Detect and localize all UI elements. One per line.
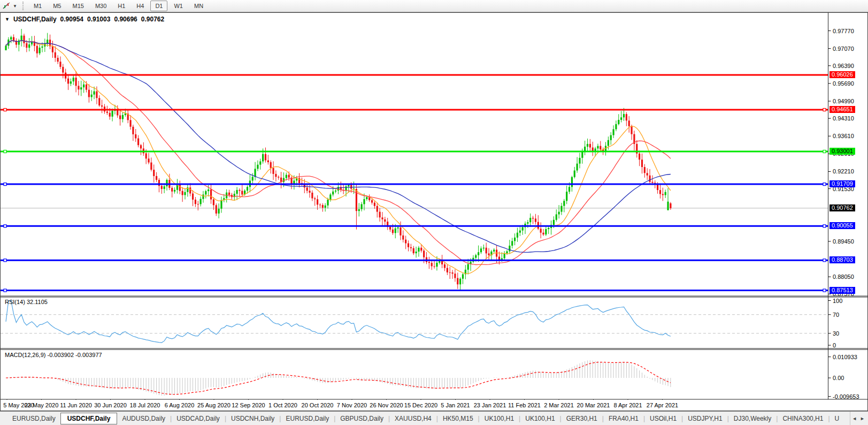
trading-platform: ▼ M1M5M15M30H1H4D1W1MN ▼ USDCHF,Daily 0.… — [0, 0, 868, 425]
rsi-label: RSI(14) 32.1105 — [5, 299, 48, 305]
level-handle[interactable] — [823, 259, 826, 262]
chevron-down-icon[interactable]: ▼ — [13, 4, 17, 9]
ohlc-close: 0.90762 — [141, 16, 164, 23]
y-axis-tick: 0.88050 — [833, 274, 854, 280]
timeframe-buttons: M1M5M15M30H1H4D1W1MN — [29, 1, 210, 11]
date-label: 7 Nov 2020 — [337, 402, 367, 408]
toolbar: ▼ M1M5M15M30H1H4D1W1MN — [0, 0, 868, 12]
level-handle[interactable] — [4, 289, 6, 292]
level-handle[interactable] — [4, 150, 6, 153]
rsi-axis-tick: 0 — [833, 342, 836, 349]
timeframe-button-m15[interactable]: M15 — [67, 1, 88, 11]
chart-tab-usdcad[interactable]: USDCAD,Daily — [172, 413, 225, 424]
timeframe-button-d1[interactable]: D1 — [150, 1, 167, 11]
chart-tab-china300[interactable]: CHINA300,H1 — [778, 413, 828, 424]
chart-tab-usdcnh[interactable]: USDCNH,Daily — [226, 413, 279, 424]
y-axis-tick: 0.94310 — [833, 115, 854, 122]
level-handle[interactable] — [4, 259, 6, 262]
timeframe-button-m5[interactable]: M5 — [48, 1, 66, 11]
date-label: 18 Jul 2020 — [130, 402, 160, 408]
macd-axis-tick: 0.00 — [833, 375, 844, 382]
chart-tab-uk100[interactable]: UK100,H1 — [480, 413, 519, 424]
chart-window: ▼ USDCHF,Daily 0.90954 0.91003 0.90696 0… — [0, 12, 868, 411]
chart-tab-hk50[interactable]: HK50,M15 — [438, 413, 478, 424]
level-handle[interactable] — [823, 225, 826, 227]
macd-axis-tick: 0.010933 — [833, 354, 857, 361]
date-label: 23 May 2020 — [25, 402, 59, 408]
chart-symbol: USDCHF,Daily — [13, 16, 57, 23]
rsi-axis-tick: 100 — [833, 298, 842, 305]
level-price-label: 0.94651 — [829, 106, 855, 113]
chart-tab-fra40[interactable]: FRA40,H1 — [604, 413, 643, 424]
chart-tab-bar: EURUSD,DailyUSDCHF,DailyAUDUSD,Daily|USD… — [0, 411, 868, 425]
macd-label: MACD(12,26,9) -0.003902 -0.003977 — [5, 352, 102, 358]
date-label: 2 Mar 2021 — [544, 402, 574, 408]
timeframe-button-m30[interactable]: M30 — [90, 1, 111, 11]
y-axis-tick: 0.93610 — [833, 133, 854, 140]
level-handle[interactable] — [823, 150, 826, 153]
date-label: 12 Sep 2020 — [232, 402, 265, 408]
chart-tab-gbpusd[interactable]: GBPUSD,Daily — [335, 413, 388, 424]
date-label: 20 Mar 2021 — [577, 402, 610, 408]
ohlc-low: 0.90696 — [114, 16, 137, 23]
price-chart-canvas[interactable] — [1, 13, 868, 400]
y-axis-tick: 0.94990 — [833, 98, 854, 105]
tab-scroll-left-icon[interactable]: ◄ — [852, 416, 857, 421]
level-price-label: 0.93001 — [829, 148, 855, 155]
date-label: 5 Jan 2021 — [441, 402, 470, 408]
y-axis-tick: 0.89450 — [833, 238, 854, 245]
candles[interactable] — [5, 29, 671, 290]
chart-cursor-icon[interactable] — [2, 1, 12, 11]
tab-scroll-buttons: ◄ ► — [850, 412, 866, 425]
y-axis-tick: 0.97770 — [833, 28, 854, 35]
timeframe-button-w1[interactable]: W1 — [169, 1, 188, 11]
ohlc-open: 0.90954 — [60, 16, 83, 23]
toolbar-grip[interactable] — [22, 2, 26, 10]
level-handle[interactable] — [4, 225, 6, 227]
timeframe-button-h1[interactable]: H1 — [113, 1, 130, 11]
chart-tab-u[interactable]: U — [830, 413, 844, 424]
tab-scroll-right-icon[interactable]: ► — [860, 416, 865, 421]
level-handle[interactable] — [823, 109, 826, 111]
chart-tab-eurusd[interactable]: EURUSD,Daily — [281, 413, 334, 424]
y-axis-tick: 0.95690 — [833, 80, 854, 87]
date-label: 11 Feb 2021 — [508, 402, 541, 408]
date-label: 6 Aug 2020 — [165, 402, 195, 408]
timeframe-button-m1[interactable]: M1 — [29, 1, 47, 11]
rsi-axis-tick: 70 — [833, 312, 839, 318]
level-handle[interactable] — [4, 109, 6, 111]
chart-tab-usoil[interactable]: USOil,H1 — [645, 413, 681, 424]
chart-tab-audusd[interactable]: AUDUSD,Daily — [117, 413, 170, 424]
date-label: 1 Oct 2020 — [268, 402, 297, 408]
rsi-line — [6, 301, 671, 343]
chart-tab-dj30[interactable]: DJ30,Weekly — [729, 413, 776, 424]
date-label: 11 Jun 2020 — [60, 402, 92, 408]
level-price-label: 0.96026 — [829, 71, 855, 78]
current-price-label: 0.90762 — [829, 204, 855, 211]
ohlc-high: 0.91003 — [87, 16, 110, 23]
level-handle[interactable] — [823, 289, 826, 292]
tabs-container: EURUSD,DailyUSDCHF,DailyAUDUSD,Daily|USD… — [7, 413, 844, 424]
timeframe-button-mn[interactable]: MN — [189, 1, 208, 11]
date-label: 26 Nov 2020 — [370, 402, 403, 408]
chart-tab-xauusd[interactable]: XAUUSD,H4 — [390, 413, 436, 424]
level-price-label: 0.91709 — [829, 180, 855, 187]
chart-tab-usdjpy[interactable]: USDJPY,H1 — [683, 413, 727, 424]
chart-tab-uk100[interactable]: UK100,H1 — [520, 413, 559, 424]
horizontal-levels[interactable] — [1, 75, 828, 292]
ma-55-line — [6, 41, 671, 253]
chart-title: ▼ USDCHF,Daily 0.90954 0.91003 0.90696 0… — [5, 16, 164, 23]
y-axis-tick: 0.92210 — [833, 168, 854, 175]
chart-tab-usdchf[interactable]: USDCHF,Daily — [60, 413, 118, 424]
timeframe-button-h4[interactable]: H4 — [132, 1, 149, 11]
chart-tab-ger30[interactable]: GER30,H1 — [562, 413, 602, 424]
chart-title-caret-icon[interactable]: ▼ — [5, 17, 10, 22]
chart-cursor-icon-glyph — [3, 2, 11, 10]
level-handle[interactable] — [4, 183, 6, 186]
macd-histogram — [6, 360, 671, 396]
level-handle[interactable] — [823, 183, 826, 186]
date-label: 23 Jan 2021 — [474, 402, 506, 408]
chart-tab-eurusd[interactable]: EURUSD,Daily — [7, 413, 60, 424]
y-axis-tick: 0.97070 — [833, 45, 854, 52]
rsi-axis-tick: 30 — [833, 330, 839, 337]
